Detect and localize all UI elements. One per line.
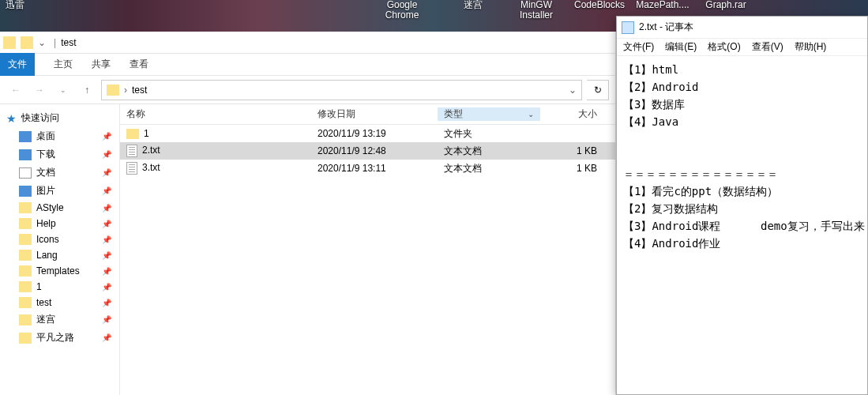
- pin-icon: 📌: [102, 150, 111, 159]
- pin-icon: 📌: [102, 251, 111, 260]
- col-name[interactable]: 名称: [120, 107, 311, 121]
- sidebar-item[interactable]: 迷宫📌: [0, 310, 119, 329]
- folder-icon: [19, 314, 32, 325]
- sidebar-item[interactable]: 1📌: [0, 279, 119, 295]
- ribbon-tab-file[interactable]: 文件: [0, 53, 35, 76]
- sidebar-item[interactable]: Templates📌: [0, 263, 119, 279]
- col-date[interactable]: 修改日期: [311, 107, 438, 121]
- notepad-titlebar[interactable]: 2.txt - 记事本: [617, 17, 867, 39]
- pin-icon: 📌: [102, 132, 111, 141]
- file-size: 1 KB: [540, 145, 603, 156]
- breadcrumb-folder[interactable]: test: [132, 85, 147, 96]
- column-headers: 名称 修改日期 类型 ⌄ 大小: [120, 104, 615, 125]
- window-title: test: [61, 37, 76, 48]
- desktop-icon[interactable]: Graph.rar: [695, 0, 757, 10]
- folder-icon: [19, 149, 32, 160]
- file-row[interactable]: 3.txt2020/11/9 13:11文本文档1 KB: [120, 160, 615, 177]
- sidebar-item[interactable]: 文档📌: [0, 164, 119, 182]
- folder-icon: [19, 186, 32, 197]
- nav-forward-button[interactable]: →: [30, 81, 49, 100]
- sidebar-item-label: Lang: [36, 250, 58, 261]
- pin-icon: 📌: [102, 283, 111, 292]
- titlebar-separator: |: [54, 37, 56, 48]
- pin-icon: 📌: [102, 186, 111, 195]
- menu-view[interactable]: 查看(V): [752, 40, 783, 54]
- ribbon-tab-home[interactable]: 主页: [54, 58, 73, 71]
- pin-icon: 📌: [102, 168, 111, 177]
- folder-icon: [19, 202, 32, 213]
- notepad-title: 2.txt - 记事本: [639, 21, 693, 34]
- notepad-window: 2.txt - 记事本 文件(F) 编辑(E) 格式(O) 查看(V) 帮助(H…: [616, 16, 868, 395]
- pin-icon: 📌: [102, 299, 111, 307]
- sidebar-item[interactable]: 下载📌: [0, 145, 119, 164]
- sidebar-item[interactable]: AStyle📌: [0, 200, 119, 216]
- nav-history-dropdown[interactable]: ⌄: [54, 81, 73, 100]
- menu-help[interactable]: 帮助(H): [795, 40, 827, 54]
- sidebar-item[interactable]: test📌: [0, 295, 119, 310]
- file-date: 2020/11/9 12:48: [311, 145, 438, 156]
- address-bar[interactable]: › test ⌄: [101, 80, 582, 100]
- sidebar-item[interactable]: Help📌: [0, 216, 119, 231]
- file-row[interactable]: 12020/11/9 13:19文件夹: [120, 125, 615, 142]
- file-list-pane: 名称 修改日期 类型 ⌄ 大小 12020/11/9 13:19文件夹2.txt…: [120, 104, 615, 395]
- folder-icon: [126, 129, 139, 139]
- col-type-label: 类型: [444, 107, 463, 121]
- address-bar-row: ← → ⌄ ↑ › test ⌄ ↻: [0, 76, 615, 104]
- folder-icon: [19, 167, 32, 179]
- file-date: 2020/11/9 13:19: [311, 128, 438, 139]
- pin-icon: 📌: [102, 267, 111, 276]
- desktop-icon[interactable]: CodeBlocks: [569, 0, 630, 10]
- sidebar-item[interactable]: 平凡之路📌: [0, 329, 119, 347]
- folder-icon: [19, 218, 32, 229]
- desktop-icon[interactable]: 迷宫: [442, 0, 504, 10]
- notepad-menubar: 文件(F) 编辑(E) 格式(O) 查看(V) 帮助(H): [617, 39, 867, 56]
- desktop-icon[interactable]: GoogleChrome: [371, 0, 433, 21]
- menu-format[interactable]: 格式(O): [708, 40, 740, 54]
- file-type: 文本文档: [438, 162, 540, 175]
- file-type: 文本文档: [438, 145, 540, 158]
- quick-access-label: 快速访问: [21, 111, 59, 125]
- sidebar-item-label: 下载: [36, 148, 55, 161]
- desktop-icon[interactable]: 迅雷: [0, 0, 46, 10]
- nav-up-button[interactable]: ↑: [77, 81, 96, 100]
- sidebar-item-label: 桌面: [36, 130, 55, 143]
- pin-icon: 📌: [102, 333, 111, 342]
- titlebar-overflow-icon[interactable]: ⌄: [38, 37, 46, 48]
- ribbon-tab-share[interactable]: 共享: [92, 58, 111, 71]
- desktop-icon[interactable]: MinGWInstaller: [505, 0, 567, 21]
- sidebar-item-label: Icons: [36, 234, 59, 245]
- sidebar-item[interactable]: 图片📌: [0, 182, 119, 200]
- pin-icon: 📌: [102, 235, 111, 244]
- col-type[interactable]: 类型 ⌄: [438, 107, 540, 121]
- sidebar-item[interactable]: Lang📌: [0, 247, 119, 263]
- ribbon-tabs: 文件 主页 共享 查看: [0, 54, 615, 76]
- text-file-icon: [126, 145, 137, 157]
- sidebar-item-label: Help: [36, 218, 56, 229]
- file-size: 1 KB: [540, 163, 603, 174]
- explorer-titlebar[interactable]: ⌄ | test: [0, 32, 615, 54]
- desktop-icon[interactable]: MazePath....: [632, 0, 693, 10]
- file-row[interactable]: 2.txt2020/11/9 12:48文本文档1 KB: [120, 142, 615, 160]
- refresh-button[interactable]: ↻: [587, 80, 609, 100]
- menu-file[interactable]: 文件(F): [623, 40, 654, 54]
- nav-back-button[interactable]: ←: [6, 81, 25, 100]
- quick-access-header[interactable]: ★ 快速访问: [0, 109, 119, 127]
- nav-pane: ★ 快速访问 桌面📌下载📌文档📌图片📌AStyle📌Help📌Icons📌Lan…: [0, 104, 120, 395]
- sidebar-item-label: test: [36, 297, 51, 308]
- folder-icon: [107, 85, 119, 96]
- menu-edit[interactable]: 编辑(E): [665, 40, 697, 54]
- explorer-window: ⌄ | test 文件 主页 共享 查看 ← → ⌄ ↑ › test ⌄ ↻ …: [0, 32, 616, 395]
- address-dropdown-icon[interactable]: ⌄: [569, 85, 577, 96]
- sidebar-item-label: 文档: [36, 166, 55, 179]
- sidebar-item[interactable]: 桌面📌: [0, 127, 119, 145]
- breadcrumb-chevron-icon[interactable]: ›: [124, 85, 127, 96]
- col-size[interactable]: 大小: [540, 107, 603, 121]
- text-file-icon: [126, 162, 137, 175]
- file-date: 2020/11/9 13:11: [311, 163, 438, 174]
- folder-icon: [21, 36, 33, 49]
- ribbon-tab-view[interactable]: 查看: [130, 58, 148, 71]
- pin-icon: 📌: [102, 220, 111, 228]
- sidebar-item[interactable]: Icons📌: [0, 231, 119, 247]
- notepad-text-area[interactable]: 【1】html 【2】Android 【3】数据库 【4】Java ＝＝＝＝＝＝…: [617, 56, 867, 394]
- sidebar-item-label: Templates: [36, 265, 80, 276]
